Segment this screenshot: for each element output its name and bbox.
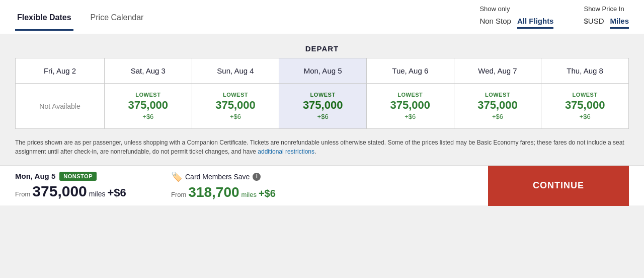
nonstop-badge: NONSTOP [59, 172, 97, 181]
continue-button[interactable]: CONTINUE [488, 166, 629, 206]
depart-section: DEPART Fri, Aug 2 Sat, Aug 3 Sun, Aug 4 … [0, 34, 644, 129]
price-amount-thu: 375,000 [565, 99, 605, 112]
price-cell-tue[interactable]: LOWEST 375,000 +$6 [366, 84, 454, 129]
card-members-label: Card Members Save [185, 173, 250, 181]
lowest-label-sun: LOWEST [223, 92, 248, 98]
additional-restrictions-link[interactable]: additional restrictions [258, 148, 314, 155]
lowest-label-tue: LOWEST [397, 92, 423, 98]
price-cell-sat[interactable]: LOWEST 375,000 +$6 [105, 84, 192, 129]
price-amount-mon: 375,000 [303, 99, 343, 112]
card-members-section: 🏷️ Card Members Save i From 318,700 mile… [171, 171, 488, 200]
price-surcharge-wed: +$6 [492, 113, 503, 120]
depart-title: DEPART [15, 44, 629, 53]
date-mon-aug5[interactable]: Mon, Aug 5 [279, 58, 367, 84]
disclaimer: The prices shown are as per passenger, u… [0, 129, 644, 165]
not-available-text: Not Available [39, 102, 80, 110]
lowest-label-thu: LOWEST [573, 92, 598, 98]
bottom-miles-label: miles [89, 190, 106, 198]
card-from-label: From [171, 191, 186, 198]
bottom-miles-amount: 375,000 [32, 183, 87, 200]
card-price-row: From 318,700 miles +$6 [171, 184, 488, 200]
price-cell-wed-inner: LOWEST 375,000 +$6 [459, 92, 536, 120]
bottom-left-inner: Mon, Aug 5 NONSTOP From 375,000 miles +$… [15, 172, 126, 200]
lowest-label-sat: LOWEST [135, 92, 160, 98]
card-icon: 🏷️ [171, 171, 182, 182]
tab-flexible-dates[interactable]: Flexible Dates [15, 7, 73, 31]
price-cell-tue-inner: LOWEST 375,000 +$6 [372, 92, 449, 120]
show-price-label: Show Price In [584, 5, 624, 13]
lowest-label-wed: LOWEST [485, 92, 510, 98]
price-amount-sat: 375,000 [128, 99, 169, 112]
price-cell-fri[interactable]: Not Available [16, 84, 105, 129]
bottom-fee: +$6 [107, 186, 126, 199]
bottom-from-label: From [15, 190, 30, 198]
tab-price-calendar[interactable]: Price Calendar [89, 7, 146, 31]
price-cell-thu-inner: LOWEST 375,000 +$6 [546, 92, 623, 120]
date-sun-aug4[interactable]: Sun, Aug 4 [192, 58, 279, 84]
price-row: Not Available LOWEST 375,000 +$6 LOWEST … [16, 84, 629, 129]
date-badge-row: Mon, Aug 5 NONSTOP [15, 172, 126, 181]
filter-section: Show only Non Stop All Flights Show Pric… [479, 0, 629, 34]
price-amount-sun: 375,000 [215, 99, 256, 112]
main-container: Flexible Dates Price Calendar Show only … [0, 0, 644, 205]
price-cell-sun[interactable]: LOWEST 375,000 +$6 [192, 84, 279, 129]
filter-non-stop[interactable]: Non Stop [479, 17, 511, 29]
date-tue-aug6[interactable]: Tue, Aug 6 [366, 58, 454, 84]
price-cell-wed[interactable]: LOWEST 375,000 +$6 [454, 84, 541, 129]
price-surcharge-thu: +$6 [580, 113, 591, 120]
price-cell-sun-inner: LOWEST 375,000 +$6 [197, 92, 274, 120]
bottom-selected-date: Mon, Aug 5 [15, 172, 55, 180]
price-cell-sat-inner: LOWEST 375,000 +$6 [110, 92, 187, 120]
date-sat-aug3[interactable]: Sat, Aug 3 [105, 58, 192, 84]
show-only-label: Show only [479, 5, 510, 13]
price-surcharge-sat: +$6 [142, 113, 153, 120]
disclaimer-text: The prices shown are as per passenger, u… [15, 139, 624, 155]
disclaimer-end: . [314, 148, 316, 155]
bottom-bar: Mon, Aug 5 NONSTOP From 375,000 miles +$… [0, 165, 644, 205]
calendar-table: Fri, Aug 2 Sat, Aug 3 Sun, Aug 4 Mon, Au… [15, 58, 629, 129]
price-cell-mon-inner: LOWEST 375,000 +$6 [284, 92, 361, 120]
tabs-section: Flexible Dates Price Calendar [15, 0, 145, 31]
show-only-options: Non Stop All Flights [479, 17, 553, 29]
price-surcharge-mon: +$6 [317, 113, 329, 120]
date-wed-aug7[interactable]: Wed, Aug 7 [454, 58, 541, 84]
show-price-options: $USD Miles [584, 17, 629, 29]
info-icon[interactable]: i [253, 173, 261, 181]
card-fee: +$6 [259, 188, 276, 199]
tabs-filter-row: Flexible Dates Price Calendar Show only … [0, 0, 644, 34]
filter-group-show-only: Show only Non Stop All Flights [479, 5, 553, 29]
card-miles-amount: 318,700 [188, 184, 239, 200]
price-surcharge-tue: +$6 [405, 113, 416, 120]
price-cell-mon[interactable]: LOWEST 375,000 +$6 [279, 84, 367, 129]
price-surcharge-sun: +$6 [230, 113, 241, 120]
filter-miles[interactable]: Miles [610, 17, 629, 29]
bottom-left: Mon, Aug 5 NONSTOP From 375,000 miles +$… [15, 172, 156, 200]
price-cell-thu[interactable]: LOWEST 375,000 +$6 [541, 84, 629, 129]
filter-all-flights[interactable]: All Flights [517, 17, 554, 29]
date-fri-aug2[interactable]: Fri, Aug 2 [16, 58, 105, 84]
bottom-price-row: From 375,000 miles +$6 [15, 183, 126, 200]
filter-group-show-price: Show Price In $USD Miles [584, 5, 629, 29]
date-thu-aug8[interactable]: Thu, Aug 8 [541, 58, 629, 84]
card-members-title: 🏷️ Card Members Save i [171, 171, 488, 182]
date-row: Fri, Aug 2 Sat, Aug 3 Sun, Aug 4 Mon, Au… [16, 58, 629, 84]
card-miles-label: miles [242, 191, 257, 198]
filter-usd[interactable]: $USD [584, 17, 604, 29]
price-amount-wed: 375,000 [477, 99, 518, 112]
price-amount-tue: 375,000 [390, 99, 431, 112]
lowest-label-mon: LOWEST [310, 92, 336, 98]
